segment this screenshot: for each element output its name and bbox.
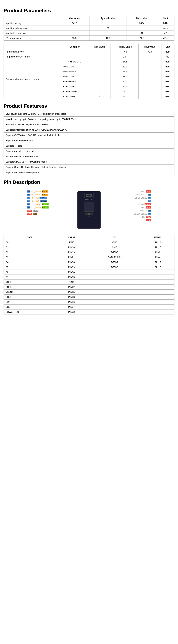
- table-row: D7PIN35: [4, 275, 174, 280]
- col-typical-value: Typical value: [111, 44, 138, 49]
- pin-row-left-7: POW GND: [27, 210, 49, 212]
- pin-row-right-1: GND POW: [141, 190, 151, 192]
- col-esp32-2: ESP32: [141, 235, 174, 240]
- feature-row: Support TF card: [4, 143, 174, 148]
- product-parameters-title: Product Parameters: [4, 8, 174, 14]
- col-max-value: Max value: [138, 44, 161, 49]
- feature-row: Embedded Lwip and FreeRTOS: [4, 154, 174, 159]
- pin-row-right-4: I/O: [147, 200, 151, 202]
- pin-row-left-3: I/O HS2_CLK GPIO14: [27, 197, 49, 199]
- col-min-value: Min value: [89, 44, 111, 49]
- feature-row: Support STA/AP/STA+AP working mode: [4, 159, 174, 164]
- feature-row: Main frequency up to 240MHz, computing p…: [4, 116, 174, 122]
- feature-row: Built-in 520 KB SRAM, external 4M PSRAM: [4, 122, 174, 127]
- pin-row-right-10: POW: [146, 219, 151, 221]
- feature-row: Low-power dual-core 32-bit CPU for appli…: [4, 111, 174, 116]
- pin-row-right-8: GPIO16 U2RXD I/O: [134, 213, 151, 215]
- table-row: D1PIN18CMDPIN15: [4, 245, 174, 250]
- table-row: Input impedance value - 50 - ohm: [4, 26, 174, 31]
- esp32-module: ESP32-CAM RST: [77, 191, 101, 228]
- rf-params-table: Mini value Typical value Max value Unit …: [4, 16, 174, 41]
- pin-row-right-2: GPIO0 U0TXD I/O: [135, 194, 151, 196]
- table-row: D5PIN39DATA3PIN13: [4, 265, 174, 270]
- col-cam: CAM: [4, 235, 55, 240]
- table-row: Input frequency 2412 - 2484 MHz: [4, 21, 174, 26]
- feature-row: Support OV2640 and OV7670 cameras, built…: [4, 132, 174, 138]
- table-row: POWER PINPIN32: [4, 310, 174, 314]
- pin-row-left-8: POW 5V: [27, 213, 49, 215]
- col-unit: Unit: [157, 16, 174, 21]
- rf-transmit-table: Condition Min value Typical value Max va…: [4, 44, 174, 99]
- pin-description-title: Pin Description: [4, 180, 174, 185]
- pin-row-left-6: I/O HS2_DATA2 GPIO12: [27, 206, 49, 208]
- pin-row-right-7: GPIO0 CSI MCLK I/O: [132, 210, 151, 212]
- cam-pin-table: CAM ESP32 SD ESP32 D0PIN5CLKPIN14 D1PIN1…: [4, 235, 174, 314]
- pin-row-left-2: I/O HS2_DATA0 GPIO2: [27, 194, 49, 196]
- col-name: [4, 44, 61, 49]
- table-row: RF transmit power - - +7.5 +10 dBm: [4, 49, 174, 54]
- pin-row-right-9: 3.3V POW: [142, 216, 151, 218]
- table-row: HREFPIN23: [4, 294, 174, 300]
- table-row: D0PIN5CLKPIN14: [4, 240, 174, 245]
- pin-row-left-5: I/O HS2_DATA3 GPIO13: [27, 203, 49, 205]
- table-row: D2PIN19DATA0PIN2: [4, 250, 174, 255]
- table-row: D4PIN36DATA2PIN12: [4, 260, 174, 265]
- col-unit: Unit: [161, 44, 174, 49]
- table-row: PCLKPIN22: [4, 285, 174, 290]
- table-row: Inout reflection value - - -10 dB: [4, 31, 174, 36]
- table-row: D6PIN34: [4, 270, 174, 275]
- feature-row: Support secondary development: [4, 170, 174, 175]
- col-sd: SD: [88, 235, 141, 240]
- table-row: Adjacent channel transmit power F=F0+1MH…: [4, 59, 174, 64]
- pin-diagram: I/O HS2_DATA1 GPIO4 I/O HS2_DATA0 GPIO2 …: [4, 189, 174, 231]
- feature-row: Support multiple sleep modes: [4, 148, 174, 154]
- pin-row-right-5: 3.3V/5V P_OUT: [137, 203, 151, 205]
- product-features-title: Product Featuresv: [4, 103, 174, 109]
- table-row: PA output power 15.5 16.5 21.5 dBm: [4, 36, 174, 41]
- col-condition: Condition: [61, 44, 89, 49]
- col-mini-value: Mini value: [59, 16, 90, 21]
- feature-row: Supports interfaces such as UART/SPI/I2C…: [4, 127, 174, 132]
- table-row: SDAPIN26: [4, 300, 174, 304]
- table-row: SCLPIN27: [4, 304, 174, 310]
- pin-row-right-6: GND POW: [141, 206, 151, 208]
- pin-row-left-1: I/O HS2_DATA1 GPIO4: [27, 190, 49, 192]
- pin-row-right-3: GPIO3 U0RXD I/O: [135, 197, 151, 199]
- features-table: Low-power dual-core 32-bit CPU for appli…: [4, 111, 174, 175]
- table-row: D3PIN21DATA/FLASHPIN4: [4, 255, 174, 260]
- col-max-value: Max value: [127, 16, 157, 21]
- table-row: XCLKPIN0: [4, 280, 174, 285]
- table-row: VSYNCPIN25: [4, 290, 174, 294]
- feature-row: Support Smart Config/AirKiss one-click d…: [4, 164, 174, 170]
- table-row: RF power control range - - 25 - dB: [4, 54, 174, 59]
- col-typical-value: Typical value: [90, 16, 127, 21]
- feature-row: Support image WiFi upload: [4, 138, 174, 143]
- col-esp32-1: ESP32: [55, 235, 88, 240]
- col-param: [4, 16, 59, 21]
- pin-row-left-4: I/O HS2_CMD GPIO15: [27, 200, 49, 202]
